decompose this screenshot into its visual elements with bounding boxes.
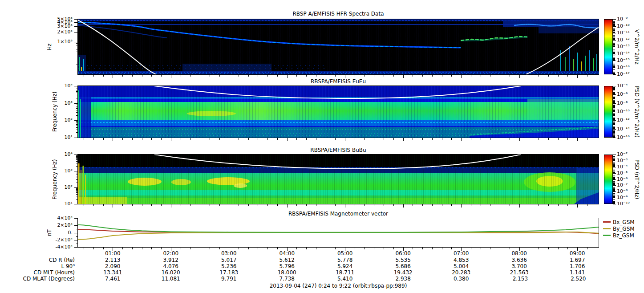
x-tick [132,138,133,140]
x-tick [345,75,345,78]
x-tick [306,248,307,249]
x-tick [577,204,578,208]
ephemeris-value: -2.153 [501,276,538,282]
colorbar-minor-tick [613,185,615,186]
x-tick [365,138,365,140]
x-tick [393,138,394,140]
ephemeris-value: 2.938 [385,276,422,282]
panel1-title: RBSP-A/EMFISIS HFR Spectra Data [160,11,516,17]
ephemeris-value: 5.778 [326,257,364,263]
colorbar [604,155,613,204]
x-tick [519,75,520,78]
ephemeris-value: 13.341 [94,269,131,276]
colorbar-minor-tick [613,94,615,95]
colorbar-minor-tick [613,64,615,64]
colorbar-minor-tick [613,112,615,112]
colorbar-tick-label: 10⁻¹⁶ [617,135,630,140]
colorbar-minor-tick [613,163,615,163]
colorbar-tick-label: 10⁻⁹ [617,16,628,21]
x-tick [190,138,190,140]
x-tick [267,138,268,140]
panel2-frame [77,85,599,138]
x-tick [500,248,500,249]
x-tick [558,204,559,206]
colorbar-minor-tick [613,133,615,134]
x-tick [597,138,597,140]
x-tick [597,75,597,77]
x-tick [577,138,578,141]
colorbar1-unit-label: V^2/m^2/Hz [634,19,640,74]
x-tick [442,248,442,249]
x-tick [326,75,326,77]
x-tick [161,204,162,206]
x-tick [374,248,374,249]
panel3-frame [77,154,599,204]
x-tick [577,75,578,78]
x-tick [471,75,471,77]
colorbar-tick-label: 10⁻¹⁰ [617,24,630,28]
legend-swatch-bz_gsm [603,235,611,236]
colorbar-tick [613,19,616,20]
ephemeris-value: 20.283 [442,269,480,276]
x-tick [345,138,345,141]
x-tick [558,248,559,249]
x-tick [587,75,587,77]
ephemeris-value: 5.612 [268,257,306,263]
x-tick [355,138,355,140]
ephemeris-value: 11.081 [152,276,190,282]
x-tick [84,138,84,140]
colorbar-tick-label: 10⁻⁹ [617,195,628,200]
panel4-frame [77,218,599,248]
x-tick [345,204,345,208]
x-tick [287,75,288,78]
x-tick [267,204,268,206]
x-tick [200,75,200,77]
colorbar-tick-label: 10⁻¹³ [617,44,630,49]
x-tick [403,204,404,208]
x-tick [355,248,355,249]
colorbar-minor-tick [613,21,615,22]
x-tick [500,75,500,77]
x-tick [93,248,94,249]
colorbar-minor-tick [613,169,615,169]
panel2-ylabel: Frequency (Hz) [52,86,58,138]
colorbar-minor-tick [613,99,615,99]
x-tick [151,75,152,77]
ephemeris-value: 21.563 [501,269,538,276]
x-tick [181,138,181,140]
colorbar-minor-tick [613,120,615,121]
y-tick-label: 10¹ [0,201,73,206]
x-tick [481,138,481,140]
ephemeris-value: 3.912 [152,257,190,263]
colorbar-minor-tick [613,67,615,68]
y-tick-label: 2×10⁴ [0,223,73,228]
x-tick [239,204,239,206]
panel1-ylabel: Hz [46,19,53,74]
x-tick [335,75,336,77]
x-tick [200,248,200,249]
panel3-ylabel: Frequency (Hz) [52,155,58,204]
x-tick [442,204,442,206]
ephemeris-value: 4.076 [152,263,190,269]
x-tick [500,204,500,206]
colorbar-minor-tick [613,191,615,192]
colorbar-tick [613,155,616,155]
x-tick [384,204,384,206]
x-tick [122,204,123,206]
y-tick-label: -2×10⁴ [0,237,73,242]
legend-label-bz_gsm: Bz_GSM [613,232,634,239]
x-tick [190,75,190,77]
colorbar [604,86,613,138]
x-tick [432,204,433,206]
x-tick [103,75,104,77]
x-tick [393,248,394,249]
ephemeris-value: 1.706 [559,263,596,269]
time-label: 09:00 [564,250,591,256]
ephemeris-value: 3.636 [501,257,538,263]
x-tick [151,138,152,140]
time-label: 05:00 [332,250,358,256]
ephemeris-value: 1.697 [559,257,596,263]
x-tick [142,75,142,77]
x-tick [132,204,133,206]
x-tick [84,75,84,77]
